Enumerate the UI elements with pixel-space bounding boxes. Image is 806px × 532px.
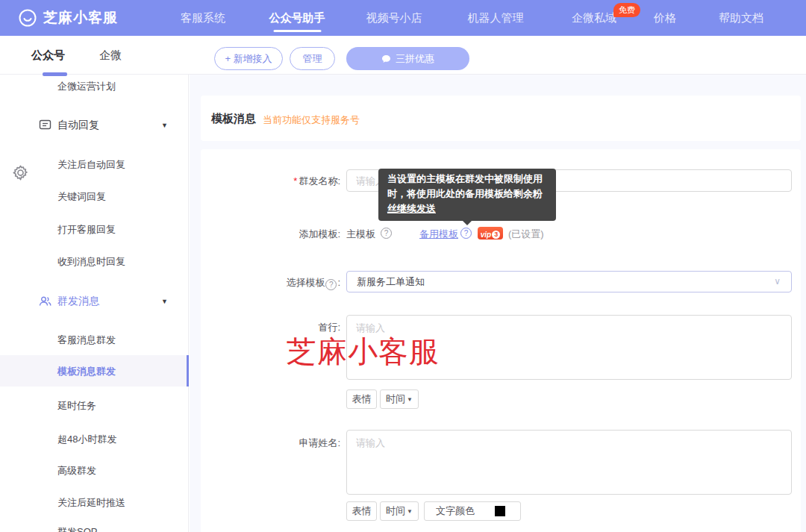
sidebar-item-guanjianci-huifu[interactable]: 关键词回复	[57, 190, 106, 204]
time-button-2[interactable]: 时间▼	[380, 501, 419, 521]
nav-item-jiqiren-guanli[interactable]: 机器人管理	[468, 0, 524, 36]
manage-button[interactable]: 管理	[290, 47, 335, 70]
nav-item-bangzhu-wendang[interactable]: 帮助文档	[719, 0, 763, 36]
set-status-text: (已设置)	[508, 228, 544, 241]
vip3-badge: vip3	[478, 227, 503, 240]
sidebar-item-yanshi-renwu[interactable]: 延时任务	[57, 399, 96, 413]
watermark-text: 芝麻小客服	[287, 331, 440, 372]
sidebar-item-gaoji-qunfa[interactable]: 高级群发	[57, 464, 96, 478]
color-swatch-black[interactable]	[495, 506, 505, 516]
sidebar-item-chao48xiaoshi-qunfa[interactable]: 超48小时群发	[57, 433, 116, 446]
tooltip-line2: 时，将使用此处的备用模板给剩余粉	[387, 187, 547, 201]
tooltip-arrow	[462, 220, 472, 225]
backup-template-help-icon[interactable]: ?	[460, 228, 472, 239]
sidebar-item-guanzhuhou-zidong-huifu[interactable]: 关注后自动回复	[57, 158, 125, 172]
sidebar-group-zidong-huifu[interactable]: 自动回复	[57, 119, 99, 132]
nav-active-underline	[273, 30, 321, 32]
brand-logo-icon	[18, 8, 37, 28]
apply-name-textarea[interactable]	[346, 430, 792, 495]
page-title-note: 当前功能仅支持服务号	[263, 113, 360, 127]
promo-button[interactable]: 三拼优惠	[346, 47, 469, 70]
sidebar: 企微运营计划 自动回复 ▼ 关注后自动回复 关键词回复 打开客服回复 收到消息时…	[0, 75, 189, 532]
select-template-label: 选择模板?:	[211, 276, 340, 290]
chat-bubble-icon	[381, 48, 391, 72]
tab-active-underline	[43, 72, 67, 76]
emoji-button-2[interactable]: 表情	[346, 501, 377, 521]
caret-down-icon: ▼	[407, 396, 413, 403]
chevron-down-icon[interactable]: ▼	[161, 298, 168, 305]
select-template-help-icon[interactable]: ?	[325, 279, 337, 290]
nav-item-gongzhonghao-zhushou[interactable]: 公众号助手	[269, 0, 325, 36]
nav-item-qiwei-siyu[interactable]: 企微私域	[572, 0, 616, 36]
tooltip-line3: 丝继续发送	[387, 201, 547, 216]
sidebar-item-guanzhuhou-yanshi-tuisong[interactable]: 关注后延时推送	[57, 496, 125, 510]
main-template-label: 主模板	[346, 228, 375, 241]
required-mark: *	[293, 175, 297, 187]
tab-qiwei[interactable]: 企微	[99, 36, 122, 75]
template-select[interactable]: 新服务工单通知∨	[346, 271, 792, 292]
brand[interactable]: 芝麻小客服	[18, 0, 118, 36]
tab-gongzhonghao[interactable]: 公众号	[31, 36, 65, 75]
page-title: 模板消息	[211, 112, 256, 126]
backup-template-tooltip: 当设置的主模板在群发中被限制使用 时，将使用此处的备用模板给剩余粉 丝继续发送	[378, 169, 556, 221]
add-template-label: 添加模板:	[211, 228, 340, 241]
sidebar-group-qunfa-xiaoxi[interactable]: 群发消息	[57, 295, 99, 308]
message-square-icon	[39, 119, 51, 131]
emoji-button-1[interactable]: 表情	[346, 389, 377, 409]
gear-icon[interactable]	[11, 163, 30, 182]
nav-item-shipinhao-xiaodian[interactable]: 视频号小店	[366, 0, 422, 36]
nav-item-kefu-xitong[interactable]: 客服系统	[181, 0, 225, 36]
free-badge: 免费	[613, 3, 640, 17]
nav-item-jiage[interactable]: 价格	[654, 0, 676, 36]
people-icon	[39, 295, 51, 307]
backup-template-link[interactable]: 备用模板	[419, 228, 458, 241]
sidebar-item-qiwei-yunying-jihua[interactable]: 企微运营计划	[57, 80, 116, 93]
select-chevron-icon: ∨	[774, 272, 781, 292]
sidebar-item-qunfa-sop[interactable]: 群发SOP	[57, 525, 97, 532]
sub-header: 公众号 企微 + 新增接入 管理 三拼优惠	[0, 36, 806, 75]
sidebar-item-kefu-xiaoxi-qunfa[interactable]: 客服消息群发	[57, 334, 116, 347]
chevron-down-icon[interactable]: ▼	[161, 122, 168, 129]
add-access-button[interactable]: + 新增接入	[214, 47, 283, 70]
top-navbar: 芝麻小客服 客服系统 公众号助手 视频号小店 机器人管理 企微私域 免费 价格 …	[0, 0, 806, 36]
caret-down-icon: ▼	[407, 508, 413, 515]
text-color-button[interactable]: 文字颜色	[424, 501, 521, 521]
tooltip-line1: 当设置的主模板在群发中被限制使用	[387, 172, 547, 187]
sidebar-item-moban-xiaoxi-qunfa[interactable]: 模板消息群发	[57, 365, 116, 378]
time-button-1[interactable]: 时间▼	[380, 389, 419, 409]
name-label: *群发名称:	[211, 175, 340, 188]
sidebar-item-dakai-kefu-huifu[interactable]: 打开客服回复	[57, 223, 116, 237]
main-template-help-icon[interactable]: ?	[381, 228, 392, 239]
brand-title: 芝麻小客服	[43, 8, 118, 28]
apply-name-label: 申请姓名:	[211, 436, 340, 450]
sidebar-item-shoudao-xiaoxi-huifu[interactable]: 收到消息时回复	[57, 255, 125, 269]
